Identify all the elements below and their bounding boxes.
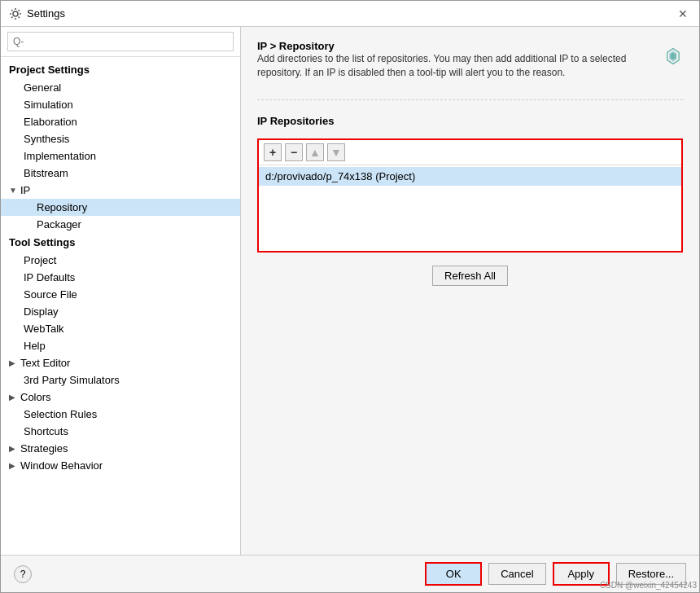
ip-repositories-label: IP Repositories [257, 115, 683, 127]
sidebar-item-3rd-party[interactable]: 3rd Party Simulators [1, 371, 240, 389]
sidebar-item-project[interactable]: Project [1, 252, 240, 269]
refresh-row: Refresh All [257, 266, 683, 286]
sidebar-item-webtalk[interactable]: WebTalk [1, 320, 240, 337]
chevron-down-icon: ▼ [9, 186, 20, 195]
repositories-list: d:/provivado/p_74x138 (Project) [259, 165, 681, 187]
window-behavior-label: Window Behavior [20, 459, 103, 472]
sidebar-item-help[interactable]: Help [1, 337, 240, 354]
refresh-all-button[interactable]: Refresh All [432, 266, 508, 286]
sidebar-item-shortcuts[interactable]: Shortcuts [1, 423, 240, 440]
repositories-box: + − ▲ ▼ d:/provivado/p_74x138 (Project) [257, 138, 683, 253]
colors-label: Colors [20, 391, 51, 403]
add-repo-button[interactable]: + [264, 143, 282, 161]
text-editor-label: Text Editor [20, 357, 70, 369]
sidebar-item-display[interactable]: Display [1, 303, 240, 320]
sidebar-item-bitstream[interactable]: Bitstream [1, 165, 240, 182]
dialog-title: Settings [27, 7, 65, 20]
sidebar-item-repository[interactable]: Repository [1, 199, 240, 216]
left-panel: Project Settings General Simulation Elab… [1, 27, 241, 555]
repo-item[interactable]: d:/provivado/p_74x138 (Project) [259, 167, 681, 186]
sidebar-group-strategies[interactable]: ▶ Strategies [1, 440, 240, 457]
chevron-right-icon: ▶ [9, 358, 20, 367]
sidebar-group-window-behavior[interactable]: ▶ Window Behavior [1, 457, 240, 474]
sidebar-group-ip[interactable]: ▼ IP [1, 182, 240, 199]
section-description: Add directories to the list of repositor… [257, 52, 663, 80]
title-bar-left: Settings [9, 7, 65, 20]
dialog-body: Project Settings General Simulation Elab… [1, 27, 699, 555]
project-settings-label: Project Settings [1, 60, 240, 79]
chevron-right-icon3: ▶ [9, 444, 20, 453]
repos-toolbar: + − ▲ ▼ [259, 140, 681, 165]
search-bar [1, 27, 240, 57]
title-bar: Settings ✕ [1, 1, 699, 27]
divider [257, 99, 683, 100]
sidebar-item-elaboration[interactable]: Elaboration [1, 113, 240, 130]
sidebar-item-implementation[interactable]: Implementation [1, 147, 240, 165]
strategies-label: Strategies [20, 442, 68, 455]
sidebar-item-synthesis[interactable]: Synthesis [1, 130, 240, 147]
sidebar-item-general[interactable]: General [1, 79, 240, 96]
move-down-button[interactable]: ▼ [327, 143, 345, 161]
apply-button[interactable]: Apply [553, 562, 610, 586]
bottom-bar: ? OK Cancel Apply Restore... [1, 555, 699, 592]
sidebar-item-simulation[interactable]: Simulation [1, 96, 240, 113]
restore-button[interactable]: Restore... [616, 563, 686, 585]
sidebar-group-text-editor[interactable]: ▶ Text Editor [1, 354, 240, 371]
settings-dialog: Settings ✕ Project Settings General Simu… [0, 0, 700, 593]
tool-settings-label: Tool Settings [1, 233, 240, 252]
sidebar-item-source-file[interactable]: Source File [1, 286, 240, 303]
chevron-right-icon2: ▶ [9, 393, 20, 402]
ok-button[interactable]: OK [425, 562, 482, 586]
sidebar-item-selection-rules[interactable]: Selection Rules [1, 406, 240, 423]
right-panel: IP > Repository Add directories to the l… [241, 27, 699, 555]
svg-point-0 [13, 11, 18, 16]
close-button[interactable]: ✕ [675, 6, 691, 22]
vivado-logo [663, 40, 683, 72]
sidebar-item-packager[interactable]: Packager [1, 216, 240, 233]
header-text: IP > Repository Add directories to the l… [257, 40, 663, 86]
cancel-button[interactable]: Cancel [488, 563, 545, 585]
settings-icon [9, 7, 22, 20]
section-title: IP > Repository [257, 40, 663, 52]
section-header: IP > Repository Add directories to the l… [257, 40, 683, 86]
move-up-button[interactable]: ▲ [306, 143, 324, 161]
sidebar-group-colors[interactable]: ▶ Colors [1, 389, 240, 406]
ip-group-label: IP [20, 184, 30, 196]
tree-container: Project Settings General Simulation Elab… [1, 57, 240, 555]
chevron-right-icon4: ▶ [9, 461, 20, 470]
help-button[interactable]: ? [14, 565, 32, 583]
remove-repo-button[interactable]: − [285, 143, 303, 161]
sidebar-item-ip-defaults[interactable]: IP Defaults [1, 269, 240, 286]
search-input[interactable] [7, 32, 234, 51]
